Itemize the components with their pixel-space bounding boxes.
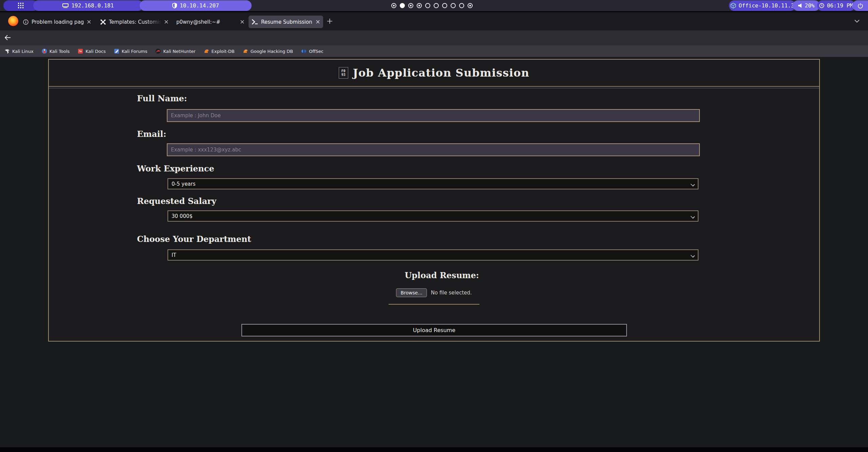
offsec-icon — [301, 48, 307, 54]
file-status-text: No file selected. — [431, 290, 472, 296]
tab-close-icon[interactable] — [240, 20, 244, 24]
kali-dragon-icon — [4, 48, 10, 54]
workspace-dot[interactable] — [391, 3, 396, 8]
email-label: Email: — [137, 129, 166, 139]
volume-widget[interactable]: 20% — [793, 0, 820, 11]
bookmark-label: Kali Tools — [50, 49, 70, 54]
shield-icon — [172, 3, 177, 8]
tab-problem-loading[interactable]: Problem loading page — [20, 16, 94, 28]
tab-templates-customise[interactable]: Templates: Customise (Atu — [97, 16, 172, 28]
form-header: F0 93 Job Application Submission — [49, 60, 819, 86]
firefox-logo-icon[interactable] — [8, 16, 18, 26]
salary-select[interactable]: 30 000$ — [167, 210, 698, 222]
glyph-hex-top: F0 — [341, 69, 346, 73]
workspace-dot[interactable] — [400, 3, 405, 8]
ip-address-vpn: 10.10.14.207 — [180, 2, 219, 9]
bookmark-label: Exploit-DB — [212, 49, 235, 54]
workspace-dot[interactable] — [451, 3, 456, 8]
kali-forums-icon — [114, 48, 119, 54]
experience-label: Work Experience — [137, 164, 214, 173]
bookmark-exploit-db[interactable]: Exploit-DB — [204, 48, 235, 54]
ip-chip-vpn[interactable]: 10.10.14.207 — [140, 0, 252, 11]
bookmark-label: Kali Linux — [12, 49, 34, 54]
bookmarks-bar: Kali Linux Kali Tools Kali Docs Kali For… — [0, 45, 868, 57]
target-chip[interactable]: Office-10.10.11.3 — [729, 0, 795, 11]
volume-level: 20% — [805, 2, 815, 9]
experience-select[interactable]: 0-5 years — [167, 178, 698, 189]
upload-resume-submit-button[interactable]: Upload Resume — [241, 324, 627, 336]
ip-chip-lan[interactable]: 192.168.0.181 — [33, 0, 143, 11]
page-title: Job Application Submission — [353, 66, 529, 79]
bookmark-label: Kali Docs — [85, 49, 106, 54]
header-divider — [49, 86, 819, 87]
email-input[interactable] — [167, 143, 700, 156]
chevron-down-icon — [691, 182, 695, 187]
terminal-icon — [252, 19, 258, 24]
file-input-row: Browse... No file selected. — [49, 288, 819, 297]
bookmark-kali-docs[interactable]: Kali Docs — [78, 48, 106, 54]
kali-nethunter-icon — [155, 48, 161, 54]
bookmark-kali-linux[interactable]: Kali Linux — [4, 48, 34, 54]
full-name-input[interactable] — [167, 109, 700, 122]
tab-close-icon[interactable] — [87, 20, 91, 24]
navigation-bar: 127.0.0.1:8083/resume.php A — [0, 30, 868, 45]
header-divider-secondary — [49, 88, 819, 88]
upload-resume-label: Upload Resume: — [49, 270, 819, 280]
page-viewport: F0 93 Job Application Submission Full Na… — [0, 57, 868, 447]
app-menu-button[interactable] — [3, 0, 38, 11]
browse-button[interactable]: Browse... — [396, 288, 427, 297]
bookmark-label: Kali Forums — [122, 49, 147, 54]
bookmark-label: OffSec — [309, 49, 323, 54]
new-tab-button[interactable] — [327, 18, 333, 24]
kali-tools-icon — [42, 48, 47, 54]
workspace-dot[interactable] — [442, 3, 447, 8]
bookmark-google-hacking-db[interactable]: Google Hacking DB — [243, 48, 293, 54]
power-button[interactable] — [852, 0, 868, 11]
chevron-down-icon — [691, 253, 695, 258]
workspace-dot[interactable] — [425, 3, 430, 8]
info-icon — [23, 19, 28, 25]
ethernet-icon — [62, 3, 68, 8]
back-button[interactable] — [5, 35, 11, 40]
tab-bar: Problem loading page Templates: Customis… — [0, 12, 868, 30]
list-tabs-chevron-icon[interactable] — [854, 20, 860, 23]
workspace-dot[interactable] — [408, 3, 413, 8]
tab-title: Templates: Customise (Atu — [109, 19, 161, 25]
tab-title: Problem loading page — [32, 19, 84, 25]
power-icon — [858, 3, 863, 8]
file-input-underline — [389, 304, 479, 305]
exploit-db-icon — [204, 48, 209, 54]
workspace-indicators — [391, 0, 473, 11]
glyph-hex-bottom: 93 — [341, 73, 346, 77]
clock-widget[interactable]: 06:19 PM — [817, 0, 855, 11]
tab-resume-submission[interactable]: Resume Submission — [249, 16, 323, 28]
tab-p0wny-shell[interactable]: p0wny@shell:~# — [173, 16, 248, 28]
clock-time: 06:19 PM — [827, 2, 853, 9]
target-label: Office-10.10.11.3 — [739, 2, 794, 9]
kali-docs-icon — [78, 48, 83, 54]
tab-title: Resume Submission — [261, 19, 313, 25]
form-container: F0 93 Job Application Submission Full Na… — [48, 59, 820, 342]
joomla-icon — [100, 19, 106, 25]
department-select[interactable]: IT — [167, 249, 698, 261]
top-panel: 192.168.0.181 10.10.14.207 Office-10.10.… — [0, 0, 868, 11]
full-name-label: Full Name: — [137, 94, 187, 103]
tab-title: p0wny@shell:~# — [176, 19, 237, 25]
tab-close-icon[interactable] — [316, 20, 320, 24]
cube-icon — [730, 3, 736, 8]
workspace-dot[interactable] — [459, 3, 464, 8]
bookmark-kali-tools[interactable]: Kali Tools — [42, 48, 70, 54]
bookmark-kali-forums[interactable]: Kali Forums — [114, 48, 147, 54]
experience-selected-value: 0-5 years — [172, 181, 196, 187]
bookmark-offsec[interactable]: OffSec — [301, 48, 323, 54]
workspace-dot[interactable] — [417, 3, 422, 8]
salary-label: Requested Salary — [137, 196, 216, 206]
grid-menu-icon — [18, 3, 24, 8]
workspace-dot[interactable] — [434, 3, 439, 8]
screen: 192.168.0.181 10.10.14.207 Office-10.10.… — [0, 0, 868, 452]
bookmark-kali-nethunter[interactable]: Kali NetHunter — [155, 48, 195, 54]
tab-close-icon[interactable] — [164, 20, 168, 24]
department-label: Choose Your Department — [137, 234, 251, 244]
workspace-dot[interactable] — [468, 3, 473, 8]
ip-address-lan: 192.168.0.181 — [71, 2, 114, 9]
